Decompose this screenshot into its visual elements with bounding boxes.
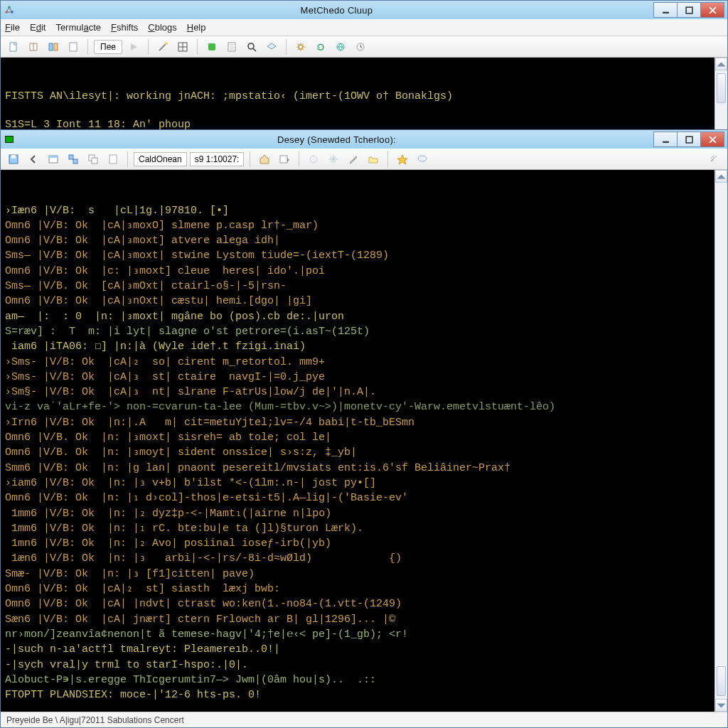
svg-rect-4 bbox=[686, 7, 692, 14]
svg-rect-22 bbox=[11, 155, 16, 159]
ghost-icon[interactable] bbox=[305, 151, 322, 168]
clock-icon[interactable] bbox=[352, 38, 369, 55]
toolbar-1: Пее bbox=[1, 36, 727, 58]
menu-file[interactable]: File bbox=[5, 22, 20, 33]
minimize-button[interactable] bbox=[653, 132, 678, 147]
separator bbox=[387, 151, 388, 167]
gear-icon[interactable] bbox=[292, 38, 309, 55]
layer-icon[interactable] bbox=[263, 38, 280, 55]
separator bbox=[250, 151, 250, 167]
play-icon[interactable] bbox=[125, 38, 142, 55]
green-dot-icon[interactable] bbox=[203, 38, 220, 55]
window-metchedo: MetChedo Cluup File Edit Termulacte Fshi… bbox=[0, 0, 728, 146]
terminal-2[interactable]: ›Iæn6 |V/B: s |cL|1g.|97810. [•]Omn6 |V/… bbox=[1, 170, 727, 712]
maximize-button[interactable] bbox=[677, 2, 701, 18]
snow-icon[interactable] bbox=[325, 151, 342, 168]
svg-rect-19 bbox=[663, 141, 669, 142]
svg-rect-20 bbox=[686, 136, 692, 143]
toolbar-2: CaldOnean s9 1:10027: bbox=[1, 149, 727, 170]
svg-rect-18 bbox=[6, 136, 13, 142]
dropdown-icon[interactable] bbox=[276, 151, 293, 168]
window-controls-2 bbox=[654, 132, 724, 147]
svg-rect-11 bbox=[208, 43, 215, 50]
folder-icon[interactable] bbox=[365, 151, 382, 168]
app-icon-2 bbox=[4, 134, 15, 145]
separator bbox=[127, 151, 128, 167]
scroll-thumb[interactable] bbox=[717, 666, 726, 696]
svg-point-9 bbox=[165, 42, 168, 45]
sheet-icon[interactable] bbox=[223, 38, 240, 55]
new-file-icon[interactable] bbox=[5, 38, 22, 55]
svg-rect-26 bbox=[73, 159, 77, 164]
svg-rect-28 bbox=[92, 158, 97, 164]
back-icon[interactable] bbox=[25, 151, 42, 168]
svg-rect-7 bbox=[54, 43, 58, 50]
svg-point-32 bbox=[418, 156, 427, 161]
windows-icon[interactable] bbox=[65, 151, 82, 168]
svg-rect-30 bbox=[280, 156, 287, 163]
scroll-thumb[interactable] bbox=[717, 73, 726, 103]
titlebar-1[interactable]: MetChedo Cluup bbox=[1, 1, 727, 19]
bubble-icon[interactable] bbox=[414, 151, 431, 168]
minimize-button[interactable] bbox=[653, 2, 678, 18]
globe-icon[interactable] bbox=[332, 38, 349, 55]
compare-icon[interactable] bbox=[45, 38, 62, 55]
search-icon[interactable] bbox=[243, 38, 260, 55]
separator bbox=[299, 151, 299, 167]
corner-icon[interactable] bbox=[706, 151, 723, 168]
close-button[interactable] bbox=[700, 2, 724, 18]
book-icon[interactable] bbox=[25, 38, 42, 55]
window-icon[interactable] bbox=[45, 151, 62, 168]
close-button[interactable] bbox=[700, 132, 724, 147]
separator bbox=[148, 39, 149, 55]
terminal-2-content: ›Iæn6 |V/B: s |cL|1g.|97810. [•]Omn6 |V/… bbox=[5, 203, 723, 712]
window-title-2: Desey (Snewded Tcherloo): bbox=[19, 134, 654, 145]
maximize-button[interactable] bbox=[677, 132, 701, 147]
scroll-up-icon[interactable] bbox=[715, 58, 727, 70]
save-icon[interactable] bbox=[5, 151, 22, 168]
svg-rect-3 bbox=[663, 11, 669, 13]
separator bbox=[87, 39, 88, 55]
page-icon[interactable] bbox=[65, 38, 82, 55]
scroll-track[interactable] bbox=[715, 183, 727, 699]
status-text: Preyeide Be \ A|igu|72011 Sabulations Ce… bbox=[6, 715, 184, 725]
cascade-icon[interactable] bbox=[85, 151, 102, 168]
grid-icon[interactable] bbox=[174, 38, 191, 55]
scroll-track[interactable] bbox=[715, 70, 727, 132]
svg-rect-6 bbox=[49, 43, 53, 50]
separator bbox=[286, 39, 287, 55]
menu-help[interactable]: Help bbox=[187, 22, 206, 33]
home-icon[interactable] bbox=[256, 151, 273, 168]
window-controls-1 bbox=[654, 2, 724, 18]
statusbar: Preyeide Be \ A|igu|72011 Sabulations Ce… bbox=[1, 712, 727, 727]
svg-rect-24 bbox=[49, 156, 58, 158]
svg-point-31 bbox=[310, 156, 317, 163]
svg-rect-29 bbox=[109, 155, 117, 164]
doc-icon[interactable] bbox=[105, 151, 122, 168]
svg-point-13 bbox=[248, 43, 254, 49]
pee-button[interactable]: Пее bbox=[94, 40, 122, 54]
app-icon bbox=[4, 4, 15, 16]
window-title-1: MetChedo Cluup bbox=[19, 5, 654, 16]
svg-rect-8 bbox=[70, 43, 77, 51]
titlebar-2[interactable]: Desey (Snewded Tcherloo): bbox=[1, 130, 727, 149]
menu-cblogs[interactable]: Cblogs bbox=[148, 22, 176, 33]
pencil-icon[interactable] bbox=[345, 151, 362, 168]
menu-termulacte[interactable]: Termulacte bbox=[55, 22, 101, 33]
scrollbar-2[interactable] bbox=[714, 170, 727, 712]
svg-rect-25 bbox=[69, 155, 73, 159]
wand-icon[interactable] bbox=[154, 38, 171, 55]
menu-fshifts[interactable]: Fshifts bbox=[111, 22, 138, 33]
field-caldonean[interactable]: CaldOnean bbox=[134, 152, 187, 166]
svg-rect-5 bbox=[10, 43, 16, 51]
scroll-up-icon[interactable] bbox=[715, 170, 727, 183]
refresh-icon[interactable] bbox=[312, 38, 329, 55]
window-desey: Desey (Snewded Tcherloo): CaldOnean s9 1… bbox=[0, 129, 728, 728]
field-time[interactable]: s9 1:10027: bbox=[190, 152, 245, 166]
star-icon[interactable] bbox=[394, 151, 411, 168]
menu-edit[interactable]: Edit bbox=[30, 22, 46, 33]
separator bbox=[197, 39, 198, 55]
menubar-1: File Edit Termulacte Fshifts Cblogs Help bbox=[1, 19, 727, 36]
scroll-down-icon[interactable] bbox=[715, 699, 727, 712]
